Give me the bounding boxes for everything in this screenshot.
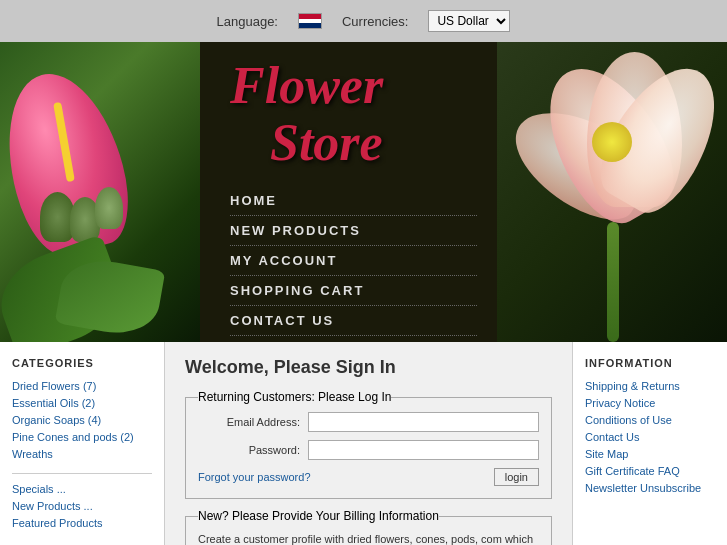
email-row: Email Address: (198, 412, 539, 432)
returning-legend: Returning Customers: Please Log In (198, 390, 391, 404)
sidebar-extra-links: Specials ...New Products ...Featured Pro… (12, 482, 152, 530)
password-label: Password: (198, 444, 308, 456)
flag-icon (298, 13, 322, 29)
green-leaves (0, 222, 200, 342)
flower-center (592, 122, 632, 162)
nav-link[interactable]: SHOPPING CART (230, 283, 364, 298)
list-item: Essential Oils (2) (12, 396, 152, 410)
sidebar-divider (12, 473, 152, 474)
title-line2: Store (270, 114, 383, 171)
list-item: Pine Cones and pods (2) (12, 430, 152, 444)
email-label: Email Address: (198, 416, 308, 428)
info-link[interactable]: Privacy Notice (585, 397, 655, 409)
category-link[interactable]: Dried Flowers (7) (12, 380, 96, 392)
top-bar: Language: Currencies: US Dollar (0, 0, 727, 42)
currencies-label: Currencies: (342, 14, 408, 29)
header-banner: Flower Store HOMENEW PRODUCTSMY ACCOUNTS… (0, 42, 727, 342)
info-link[interactable]: Newsletter Unsubscribe (585, 482, 701, 494)
banner-left-flowers (0, 42, 200, 342)
password-input[interactable] (308, 440, 539, 460)
categories-heading: CATEGORIES (12, 357, 152, 369)
sidebar-extra-link[interactable]: Featured Products (12, 517, 103, 529)
password-row: Password: (198, 440, 539, 460)
info-link[interactable]: Contact Us (585, 431, 639, 443)
sidebar-extra-link[interactable]: New Products ... (12, 500, 93, 512)
info-link[interactable]: Conditions of Use (585, 414, 672, 426)
list-item: Gift Certificate FAQ (585, 464, 715, 478)
new-customer-box: New? Please Provide Your Billing Informa… (185, 509, 552, 545)
list-item: Newsletter Unsubscribe (585, 481, 715, 495)
info-link[interactable]: Site Map (585, 448, 628, 460)
list-item: Wreaths (12, 447, 152, 461)
info-heading: INFORMATION (585, 357, 715, 369)
main-content: CATEGORIES Dried Flowers (7)Essential Oi… (0, 342, 727, 545)
list-item: Specials ... (12, 482, 152, 496)
new-customer-text: Create a customer profile with dried flo… (198, 531, 539, 545)
nav-link[interactable]: NEW PRODUCTS (230, 223, 361, 238)
sidebar-left: CATEGORIES Dried Flowers (7)Essential Oi… (0, 342, 165, 545)
nav-item: CONTACT US (230, 306, 477, 336)
nav-link[interactable]: MY ACCOUNT (230, 253, 337, 268)
banner-center: Flower Store HOMENEW PRODUCTSMY ACCOUNTS… (200, 42, 497, 342)
category-link[interactable]: Pine Cones and pods (2) (12, 431, 134, 443)
list-item: Dried Flowers (7) (12, 379, 152, 393)
list-item: Conditions of Use (585, 413, 715, 427)
info-link[interactable]: Gift Certificate FAQ (585, 465, 680, 477)
forgot-row: Forgot your password? login (198, 468, 539, 486)
title-line1: Flower (230, 57, 383, 114)
info-link[interactable]: Shipping & Returns (585, 380, 680, 392)
login-button[interactable]: login (494, 468, 539, 486)
welcome-heading: Welcome, Please Sign In (185, 357, 552, 378)
amaryllis (507, 42, 727, 342)
list-item: Shipping & Returns (585, 379, 715, 393)
language-label: Language: (217, 14, 278, 29)
category-link[interactable]: Essential Oils (2) (12, 397, 95, 409)
nav-link[interactable]: CONTACT US (230, 313, 334, 328)
list-item: Contact Us (585, 430, 715, 444)
list-item: Organic Soaps (4) (12, 413, 152, 427)
center-content: Welcome, Please Sign In Returning Custom… (165, 342, 572, 545)
store-title: Flower Store (230, 57, 477, 171)
info-links: Shipping & ReturnsPrivacy NoticeConditio… (585, 379, 715, 495)
email-input[interactable] (308, 412, 539, 432)
list-item: Featured Products (12, 516, 152, 530)
list-item: Site Map (585, 447, 715, 461)
list-item: Privacy Notice (585, 396, 715, 410)
category-link[interactable]: Organic Soaps (4) (12, 414, 101, 426)
nav-item: HOME (230, 186, 477, 216)
sidebar-extra-link[interactable]: Specials ... (12, 483, 66, 495)
currency-select[interactable]: US Dollar (428, 10, 510, 32)
returning-customers-box: Returning Customers: Please Log In Email… (185, 390, 552, 499)
nav-item: NEW PRODUCTS (230, 216, 477, 246)
nav-item: MY ACCOUNT (230, 246, 477, 276)
category-list: Dried Flowers (7)Essential Oils (2)Organ… (12, 379, 152, 461)
main-nav: HOMENEW PRODUCTSMY ACCOUNTSHOPPING CARTC… (230, 186, 477, 336)
category-link[interactable]: Wreaths (12, 448, 53, 460)
forgot-link[interactable]: Forgot your password? (198, 471, 311, 483)
sidebar-right: INFORMATION Shipping & ReturnsPrivacy No… (572, 342, 727, 545)
flower-stem (607, 222, 619, 342)
new-customer-legend: New? Please Provide Your Billing Informa… (198, 509, 439, 523)
list-item: New Products ... (12, 499, 152, 513)
banner-right-flowers (497, 42, 727, 342)
nav-item: SHOPPING CART (230, 276, 477, 306)
nav-link[interactable]: HOME (230, 193, 277, 208)
